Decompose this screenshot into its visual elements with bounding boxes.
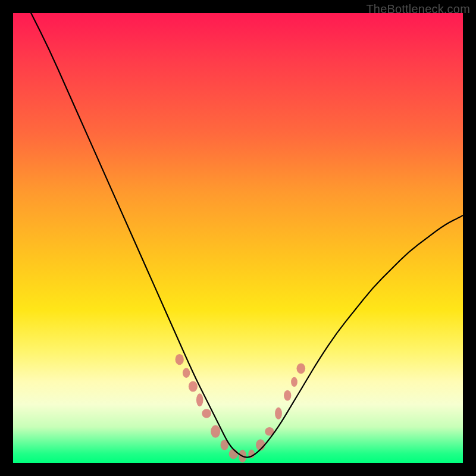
- chart-svg: [13, 13, 463, 463]
- marker-dot: [284, 390, 291, 401]
- marker-dot: [291, 377, 298, 387]
- chart-frame: TheBottleneck.com: [0, 0, 476, 476]
- marker-dot: [202, 409, 211, 418]
- plot-area: [13, 13, 463, 463]
- watermark-text: TheBottleneck.com: [366, 2, 470, 16]
- marker-dot: [229, 449, 238, 459]
- marker-dot: [196, 393, 203, 406]
- marker-dot: [211, 425, 220, 437]
- marker-group: [176, 354, 306, 463]
- marker-dot: [297, 363, 306, 374]
- marker-dot: [183, 368, 190, 378]
- marker-dot: [275, 408, 282, 420]
- bottleneck-curve: [31, 13, 463, 458]
- marker-dot: [189, 381, 198, 392]
- marker-dot: [176, 354, 184, 365]
